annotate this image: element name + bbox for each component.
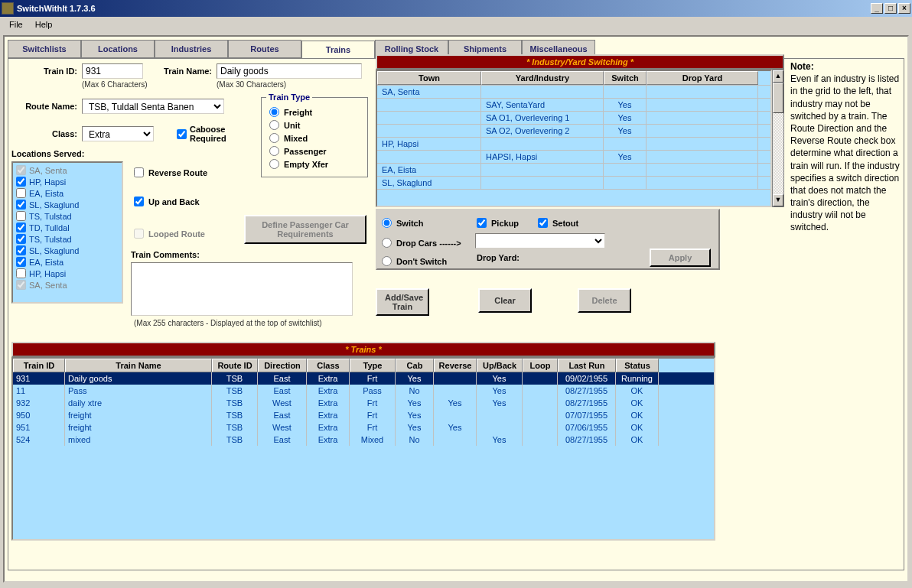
window-title: SwitchWithIt 1.7.3.6 (17, 4, 869, 13)
list-item[interactable]: TS, Tulstad (15, 210, 120, 222)
checkbox-setout[interactable] (538, 218, 548, 228)
table-row[interactable]: EA, Eista (377, 164, 770, 177)
scroll-down-icon[interactable]: ▼ (773, 194, 783, 206)
menu-file[interactable]: File (3, 18, 29, 31)
table-row[interactable]: SA, Senta (377, 86, 770, 99)
button-delete: Delete (578, 288, 631, 313)
titlebar: SwitchWithIt 1.7.3.6 _ □ × (0, 0, 912, 17)
table-row[interactable]: 11PassTSBEastExtraPassNoYes08/27/1955OK (13, 385, 714, 397)
select-class[interactable]: Extra (82, 126, 154, 141)
radio-traintype-mixed[interactable] (269, 133, 279, 143)
checkbox-up-and-back[interactable] (134, 197, 144, 206)
table-row[interactable]: 932daily xtreTSBWestExtraFrtYesYesYes08/… (13, 397, 714, 409)
select-route-name[interactable]: TSB, Tuldall Senta Banen (82, 99, 224, 114)
label-up-and-back: Up and Back (148, 197, 200, 206)
banner-trains: * Trains * (11, 342, 715, 357)
hint-train-comments: (Max 255 characters - Displayed at the t… (134, 319, 322, 327)
table-row[interactable]: HP, Hapsi (377, 138, 770, 151)
radio-traintype-freight[interactable] (269, 107, 279, 117)
label-reverse-route: Reverse Route (148, 168, 207, 177)
radio-drop-cars[interactable] (382, 238, 392, 248)
radio-traintype-unit[interactable] (269, 120, 279, 130)
table-row[interactable]: SA O2, Overlevering 2Yes (377, 125, 770, 138)
menu-help[interactable]: Help (29, 18, 59, 31)
radio-dont-switch[interactable] (382, 256, 392, 266)
button-apply: Apply (650, 249, 711, 267)
tab-switchlists[interactable]: Switchlists (8, 40, 81, 58)
menubar: File Help (0, 17, 912, 32)
button-clear[interactable]: Clear (478, 288, 532, 313)
input-train-name[interactable] (217, 63, 362, 79)
label-train-id: Train ID: (16, 67, 77, 76)
scroll-thumb[interactable] (773, 83, 783, 113)
list-item[interactable]: SL, Skaglund (15, 199, 120, 210)
tab-locations[interactable]: Locations (81, 40, 155, 58)
group-train-type: Train Type FreightUnitMixedPassengerEmpt… (261, 97, 368, 177)
list-item[interactable]: HP, Hapsi (15, 176, 120, 187)
radio-traintype-passenger[interactable] (269, 146, 279, 156)
list-item[interactable]: SA, Senta (15, 279, 120, 291)
label-train-name: Train Name: (151, 67, 212, 76)
radio-switch[interactable] (382, 218, 392, 228)
table-row[interactable]: 951freightTSBWestExtraFrtYesYes07/06/195… (13, 421, 714, 434)
table-row[interactable]: SL, Skaglund (377, 177, 770, 190)
list-item[interactable]: SL, Skaglund (15, 245, 120, 256)
checkbox-pickup[interactable] (477, 218, 487, 228)
label-locations-served: Locations Served: (11, 149, 84, 158)
tab-trains[interactable]: Trains (301, 41, 375, 59)
panel-switch: Switch Drop Cars ------> Don't Switch Pi… (376, 209, 720, 270)
button-add-save-train[interactable]: Add/Save Train (376, 288, 429, 316)
checkbox-looped-route (134, 229, 144, 239)
scrollbar-industry[interactable]: ▲ ▼ (772, 70, 784, 207)
label-drop-yard: Drop Yard: (477, 253, 520, 262)
table-row[interactable]: HAPSI, HapsiYes (377, 151, 770, 164)
grid-trains[interactable]: Train IDTrain NameRoute IDDirectionClass… (11, 357, 715, 541)
button-define-passenger: Define Passenger Car Requirements (244, 215, 366, 244)
note-heading: Note: (790, 60, 901, 73)
table-row[interactable]: SA O1, Overlevering 1Yes (377, 112, 770, 125)
textarea-train-comments[interactable] (131, 262, 353, 316)
note-box: Note: Even if an industry is listed in t… (787, 59, 904, 236)
label-class: Class: (39, 129, 77, 138)
maximize-button[interactable]: □ (884, 3, 897, 14)
checkbox-reverse-route[interactable] (134, 167, 144, 177)
app-icon (2, 2, 14, 15)
tab-industries[interactable]: Industries (155, 40, 228, 58)
list-item[interactable]: EA, Eista (15, 187, 120, 199)
list-item[interactable]: EA, Eista (15, 256, 120, 268)
table-row[interactable]: 950freightTSBEastExtraFrtYes07/07/1955OK (13, 409, 714, 421)
table-row[interactable]: SAY, SentaYardYes (377, 99, 770, 112)
tab-panel-trains: Train ID: (Max 6 Characters) Train Name:… (8, 58, 904, 570)
label-looped-route: Looped Route (148, 229, 205, 239)
hint-train-name: (Max 30 Characters) (217, 80, 286, 89)
list-item[interactable]: SA, Senta (15, 164, 120, 176)
table-row[interactable]: 931Daily goodsTSBEastExtraFrtYesYes09/02… (13, 372, 714, 385)
label-caboose-required: Caboose Required (190, 125, 236, 143)
scroll-up-icon[interactable]: ▲ (773, 70, 783, 83)
tab-routes[interactable]: Routes (228, 40, 301, 58)
minimize-button[interactable]: _ (871, 3, 883, 14)
select-drop-cars[interactable] (475, 233, 605, 249)
label-train-comments: Train Comments: (131, 250, 200, 259)
table-row[interactable]: 524mixedTSBEastExtraMixedNoYes08/27/1955… (13, 434, 714, 446)
list-item[interactable]: HP, Hapsi (15, 268, 120, 279)
grid-industry[interactable]: TownYard/IndustrySwitchDrop YardSA, Sent… (376, 70, 772, 207)
list-locations-served[interactable]: SA, SentaHP, HapsiEA, EistaSL, SkaglundT… (11, 161, 123, 304)
checkbox-caboose-required[interactable] (177, 129, 187, 139)
list-item[interactable]: TS, Tulstad (15, 233, 120, 245)
legend-train-type: Train Type (266, 93, 312, 102)
label-route-name: Route Name: (8, 102, 77, 111)
banner-industry: * Industry/Yard Switching * (376, 54, 784, 70)
list-item[interactable]: TD, Tulldal (15, 222, 120, 233)
content: SwitchlistsLocationsIndustriesRoutesTrai… (3, 35, 909, 583)
close-button[interactable]: × (898, 3, 910, 14)
radio-traintype-empty-xfer[interactable] (269, 159, 279, 169)
hint-train-id: (Max 6 Characters) (82, 80, 148, 89)
note-body: Even if an industry is listed in the gri… (790, 73, 901, 233)
input-train-id[interactable] (82, 63, 143, 79)
